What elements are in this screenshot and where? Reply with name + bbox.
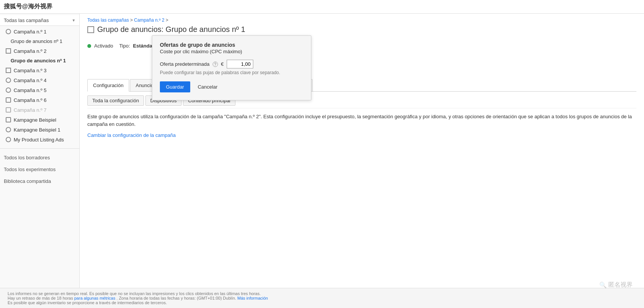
sidebar-item-campaign5[interactable]: Campaña n.º 5 xyxy=(0,85,79,95)
kampagne-beispiel-label: Kampagne Beispiel xyxy=(14,117,56,123)
content-description: Este grupo de anuncios utiliza la config… xyxy=(87,113,636,128)
popup-bid-input[interactable] xyxy=(227,60,253,68)
page-title: Grupo de anuncios: Grupo de anuncios nº … xyxy=(87,25,636,34)
dropdown-label: Todas las campañas xyxy=(4,17,49,23)
footer-line1: Los informes no se generan en tiempo rea… xyxy=(8,291,636,296)
campaign7-label: Campaña n.º 7 xyxy=(14,107,46,113)
sidebar-item-experimentos[interactable]: Todos los experimentos xyxy=(0,164,79,175)
sidebar-item-campaign1-adgroup1[interactable]: Grupo de anuncios nº 1 xyxy=(0,37,79,46)
logo: 搜狐号@海外视界 xyxy=(4,3,52,11)
campaign-list: Campaña n.º 1 Grupo de anuncios nº 1 Cam… xyxy=(0,26,79,145)
campaign4-label: Campaña n.º 4 xyxy=(14,78,46,83)
popup-field-label: Oferta predeterminada xyxy=(160,61,210,67)
sidebar-item-campaign1[interactable]: Campaña n.º 1 xyxy=(0,27,79,37)
status-label: Activado xyxy=(94,43,113,49)
product-listing-label: My Product Listing Ads xyxy=(14,137,64,143)
sidebar-item-kampagne-beispiel[interactable]: Kampagne Beispiel xyxy=(0,115,79,125)
sidebar-item-borradores[interactable]: Todos los borradores xyxy=(0,152,79,164)
sidebar-item-kampagne-beispiel1[interactable]: Kampagne Beispiel 1 xyxy=(0,125,79,135)
campaign2-adgroup1-label: Grupo de anuncios nº 1 xyxy=(11,58,66,64)
popup-subtitle: Coste por clic máximo (CPC máximo) xyxy=(160,49,303,54)
sidebar-item-campaign3[interactable]: Campaña n.º 3 xyxy=(0,65,79,75)
display5-icon xyxy=(5,117,11,123)
popup-desc: Puede configurar las pujas de palabras c… xyxy=(160,70,303,75)
footer: Los informes no se generan en tiempo rea… xyxy=(0,288,644,308)
breadcrumb-sep1: > xyxy=(130,17,134,23)
sidebar: Todas las campañas ▼ Campaña n.º 1 Grupo… xyxy=(0,14,80,288)
save-button[interactable]: Guardar xyxy=(160,81,190,92)
search3-icon xyxy=(5,87,11,93)
sidebar-item-campaign2-adgroup1[interactable]: Grupo de anuncios nº 1 xyxy=(0,56,79,65)
footer-line2-before: Hay un retraso de más de 18 horas xyxy=(8,296,74,300)
watermark-text: 匿名视界 xyxy=(608,281,633,289)
status-dot xyxy=(87,44,91,48)
display-icon xyxy=(5,48,11,54)
campaign6-label: Campaña n.º 6 xyxy=(14,97,46,103)
sidebar-item-biblioteca[interactable]: Biblioteca compartida xyxy=(0,175,79,187)
sidebar-item-campaign7[interactable]: Campaña n.º 7 xyxy=(0,105,79,115)
popup-help-icon[interactable]: ? xyxy=(213,62,218,67)
popup-field-row: Oferta predeterminada ? € xyxy=(160,60,303,68)
breadcrumb: Todas las campañas > Campaña n.º 2 > xyxy=(87,17,636,23)
campaign2-label: Campaña n.º 2 xyxy=(14,48,46,54)
popup-overlay: Activado Tipo: Estándar Ofertas de grupo… xyxy=(87,39,636,49)
campaign1-adgroup1-label: Grupo de anuncios nº 1 xyxy=(11,38,62,44)
sidebar-item-campaign6[interactable]: Campaña n.º 6 xyxy=(0,95,79,105)
search2-icon xyxy=(5,77,11,83)
popup-card: Ofertas de grupo de anuncios Coste por c… xyxy=(152,35,311,100)
search4-icon xyxy=(5,127,11,133)
campaign3-label: Campaña n.º 3 xyxy=(14,68,46,73)
app-header: 搜狐号@海外视界 xyxy=(0,0,644,14)
main-layout: Todas las campañas ▼ Campaña n.º 1 Grupo… xyxy=(0,14,644,288)
display3-icon xyxy=(5,97,11,103)
display2-icon xyxy=(5,67,11,73)
sidebar-divider xyxy=(0,148,79,149)
status-type-value: Estándar xyxy=(133,43,154,49)
footer-link-mas-info[interactable]: Más información xyxy=(237,296,268,300)
footer-link-metricas[interactable]: para algunas métricas xyxy=(74,296,115,300)
breadcrumb-todas[interactable]: Todas las campañas xyxy=(87,17,129,23)
main-content: Todas las campañas > Campaña n.º 2 > Gru… xyxy=(80,14,644,288)
popup-actions: Guardar Cancelar xyxy=(160,81,303,92)
campaign5-label: Campaña n.º 5 xyxy=(14,87,46,93)
popup-currency: € xyxy=(221,61,224,67)
sidebar-item-product-listing[interactable]: My Product Listing Ads xyxy=(0,135,79,144)
sidebar-item-campaign2[interactable]: Campaña n.º 2 xyxy=(0,46,79,56)
campaigns-dropdown[interactable]: Todas las campañas ▼ xyxy=(0,15,79,26)
footer-line2-middle: . Zona horaria de todas las fechas y hor… xyxy=(117,296,237,300)
search-icon xyxy=(5,29,11,35)
sidebar-item-campaign4[interactable]: Campaña n.º 4 xyxy=(0,75,79,85)
page-title-icon xyxy=(87,26,94,33)
search5-icon xyxy=(5,137,11,143)
sub-tab-toda[interactable]: Toda la configuración xyxy=(87,95,144,106)
change-campaign-config-link[interactable]: Cambiar la configuración de la campaña xyxy=(87,132,176,138)
chevron-down-icon: ▼ xyxy=(72,18,76,22)
popup-title: Ofertas de grupo de anuncios xyxy=(160,42,303,48)
tab-configuracion[interactable]: Configuración xyxy=(87,79,129,92)
breadcrumb-sep2: > xyxy=(166,17,168,23)
footer-line2: Hay un retraso de más de 18 horas para a… xyxy=(8,296,636,300)
breadcrumb-campana2[interactable]: Campaña n.º 2 xyxy=(134,17,164,23)
campaign1-label: Campaña n.º 1 xyxy=(14,29,46,35)
footer-line3: Es posible que algún inventario se propo… xyxy=(8,300,636,305)
watermark: 🔍 匿名视界 xyxy=(599,281,633,289)
page-title-text: Grupo de anuncios: Grupo de anuncios nº … xyxy=(97,25,245,34)
kampagne-beispiel1-label: Kampagne Beispiel 1 xyxy=(14,127,60,133)
watermark-icon: 🔍 xyxy=(599,281,607,289)
status-type-label: Tipo: xyxy=(119,43,130,49)
cancel-button[interactable]: Cancelar xyxy=(195,81,221,92)
display4-icon xyxy=(5,107,11,113)
